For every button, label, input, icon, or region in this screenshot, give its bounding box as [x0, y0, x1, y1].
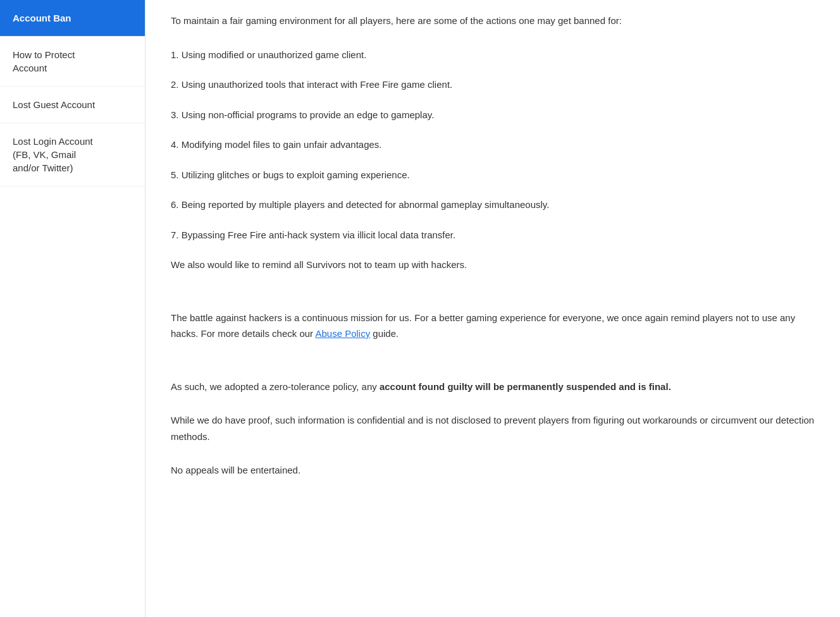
no-appeals-paragraph: No appeals will be entertained.	[171, 462, 815, 479]
list-item-4: 4. Modifying model files to gain unfair …	[171, 137, 815, 153]
sidebar-item-how-to-protect[interactable]: How to ProtectAccount	[0, 37, 145, 87]
list-item-1: 1. Using modified or unauthorized game c…	[171, 47, 815, 63]
zero-tolerance-bold: account found guilty will be permanently…	[380, 381, 671, 392]
list-item-7: 7. Bypassing Free Fire anti-hack system …	[171, 227, 815, 243]
list-item-2: 2. Using unauthorized tools that interac…	[171, 76, 815, 93]
list-item-6: 6. Being reported by multiple players an…	[171, 197, 815, 213]
sidebar-item-lost-login-account[interactable]: Lost Login Account(FB, VK, Gmailand/or T…	[0, 123, 145, 186]
zero-tolerance-paragraph: As such, we adopted a zero-tolerance pol…	[171, 379, 815, 395]
sidebar-item-lost-guest-account[interactable]: Lost Guest Account	[0, 87, 145, 123]
battle-paragraph: The battle against hackers is a continuo…	[171, 310, 815, 342]
reminder-paragraph: We also would like to remind all Survivo…	[171, 257, 815, 273]
main-content: To maintain a fair gaming environment fo…	[145, 0, 840, 617]
intro-paragraph: To maintain a fair gaming environment fo…	[171, 13, 815, 29]
sidebar-item-account-ban[interactable]: Account Ban	[0, 0, 145, 37]
list-item-5: 5. Utilizing glitches or bugs to exploit…	[171, 167, 815, 183]
abuse-policy-link[interactable]: Abuse Policy	[315, 328, 370, 339]
sidebar: Account Ban How to ProtectAccount Lost G…	[0, 0, 145, 617]
confidential-paragraph: While we do have proof, such information…	[171, 412, 815, 444]
list-item-3: 3. Using non-official programs to provid…	[171, 107, 815, 123]
